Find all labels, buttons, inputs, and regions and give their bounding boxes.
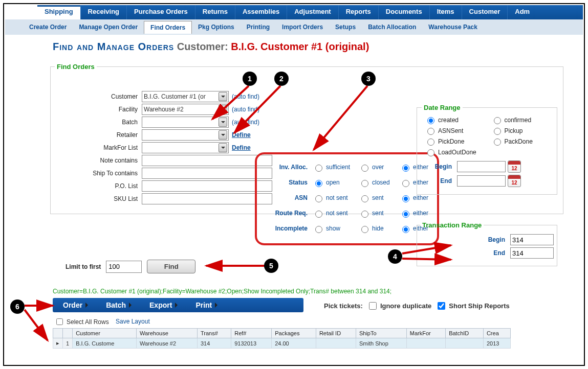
ignore-duplicate-check[interactable]: Ignore duplicate	[367, 301, 431, 311]
results-table: Customer Warehouse Trans# Ref# Packages …	[53, 328, 511, 349]
find-orders-legend: Find Orders	[55, 63, 97, 71]
tab-adm[interactable]: Adm	[507, 5, 537, 19]
incomplete-show[interactable]: show	[313, 224, 359, 233]
col-retailid[interactable]: Retail ID	[316, 329, 356, 338]
tr-begin-label: Begin	[488, 236, 508, 243]
sub-import-orders[interactable]: Import Orders	[276, 21, 329, 33]
tab-returns[interactable]: Returns	[195, 5, 235, 19]
chevron-down-icon[interactable]	[219, 105, 227, 114]
save-layout-link[interactable]: Save Layout	[116, 318, 150, 325]
find-button[interactable]: Find	[147, 260, 195, 273]
dr-pickdone[interactable]: PickDone	[425, 137, 483, 146]
route-sent[interactable]: sent	[359, 209, 400, 218]
asn-sent[interactable]: sent	[359, 194, 400, 202]
tab-receiving[interactable]: Receiving	[80, 5, 126, 19]
status-open[interactable]: open	[313, 178, 359, 187]
tab-adjustment[interactable]: Adjustment	[287, 5, 338, 19]
calendar-icon[interactable]: 12	[508, 160, 521, 173]
status-filters: Inv. Alloc. sufficient over either Statu…	[255, 152, 439, 245]
shipto-input[interactable]	[142, 168, 272, 179]
select-all-rows[interactable]: Select All Rows	[54, 317, 109, 327]
retailer-select[interactable]	[142, 129, 229, 141]
inv-alloc-over[interactable]: over	[359, 163, 400, 172]
col-warehouse[interactable]: Warehouse	[136, 329, 197, 338]
col-crea[interactable]: Crea	[483, 329, 510, 338]
col-customer[interactable]: Customer	[73, 329, 137, 338]
incomplete-hide[interactable]: hide	[359, 224, 400, 233]
tab-shipping[interactable]: Shipping	[37, 5, 80, 19]
route-notsent[interactable]: not sent	[313, 209, 359, 218]
asn-notsent[interactable]: not sent	[313, 194, 359, 202]
tab-items[interactable]: Items	[429, 5, 462, 19]
status-closed[interactable]: closed	[359, 178, 400, 187]
sku-input[interactable]	[142, 193, 272, 204]
batch-autofind[interactable]: (auto find)	[229, 119, 272, 126]
sub-manage-open-order[interactable]: Manage Open Order	[73, 21, 144, 33]
table-row[interactable]: ▸ 1 B.I.G. Custome Warehouse #2 314 9132…	[53, 338, 511, 349]
tr-end-input[interactable]	[510, 247, 554, 259]
annotation-badge-3: 3	[361, 72, 376, 86]
route-label: Route Req.	[259, 210, 313, 217]
col-shipto[interactable]: ShipTo	[356, 329, 406, 338]
date-range-fieldset: Date Range created confirmed ASNSent Pic…	[417, 104, 557, 195]
dr-end-input[interactable]	[457, 175, 506, 187]
dr-packdone[interactable]: PackDone	[491, 137, 550, 146]
pick-label: Pick tickets:	[324, 302, 363, 310]
facility-select[interactable]: Warehouse #2	[142, 104, 229, 115]
inv-alloc-sufficient[interactable]: sufficient	[313, 163, 359, 172]
col-packages[interactable]: Packages	[272, 329, 316, 338]
tr-begin-input[interactable]	[510, 234, 554, 245]
po-input[interactable]	[142, 180, 272, 192]
po-label: P.O. List	[55, 182, 142, 190]
sub-printing[interactable]: Printing	[241, 21, 276, 33]
markfor-select[interactable]	[142, 142, 229, 153]
sub-create-order[interactable]: Create Order	[23, 21, 73, 33]
limit-input[interactable]	[106, 261, 142, 273]
action-print[interactable]: Print	[185, 301, 225, 309]
transaction-range-fieldset: Transaction Range Begin End	[417, 221, 557, 266]
sku-label: SKU List	[55, 195, 142, 202]
route-either[interactable]: either	[400, 209, 441, 218]
action-bar: Order Batch Export Print	[53, 298, 303, 312]
incomplete-label: Incomplete	[259, 225, 313, 232]
expand-icon[interactable]: ▸	[53, 338, 63, 349]
sub-warehouse-pack[interactable]: Warehouse Pack	[422, 21, 484, 33]
dr-pickup[interactable]: Pickup	[491, 126, 550, 135]
tab-documents[interactable]: Documents	[378, 5, 429, 19]
col-markfor[interactable]: MarkFor	[406, 329, 445, 338]
col-batchid[interactable]: BatchID	[446, 329, 484, 338]
dr-begin-input[interactable]	[457, 161, 506, 172]
markfor-define[interactable]: Define	[229, 144, 272, 151]
calendar-icon[interactable]: 12	[508, 175, 521, 187]
tab-purchase-orders[interactable]: Purchase Orders	[126, 5, 195, 19]
col-trans[interactable]: Trans#	[197, 329, 231, 338]
retailer-define[interactable]: Define	[229, 131, 272, 139]
action-order[interactable]: Order	[53, 301, 96, 309]
sub-pkg-options[interactable]: Pkg Options	[192, 21, 241, 33]
batch-select[interactable]	[142, 117, 229, 128]
col-ref[interactable]: Ref#	[231, 329, 272, 338]
sub-find-orders[interactable]: Find Orders	[144, 21, 192, 34]
dr-loadoutdone[interactable]: LoadOutDone	[425, 148, 483, 156]
chevron-down-icon[interactable]	[219, 143, 227, 152]
action-batch[interactable]: Batch	[96, 301, 139, 309]
sub-setups[interactable]: Setups	[329, 21, 362, 33]
action-export[interactable]: Export	[139, 301, 185, 309]
chevron-down-icon[interactable]	[219, 130, 227, 140]
note-input[interactable]	[142, 155, 272, 166]
dr-end-label: End	[422, 177, 455, 184]
tab-customer[interactable]: Customer	[462, 5, 508, 19]
chevron-down-icon[interactable]	[219, 92, 227, 101]
sub-batch-allocation[interactable]: Batch Allocation	[362, 21, 422, 33]
dr-asnsent[interactable]: ASNSent	[425, 126, 483, 135]
dr-created[interactable]: created	[425, 116, 483, 124]
customer-label: Customer	[55, 93, 142, 100]
chevron-down-icon[interactable]	[219, 118, 227, 127]
customer-autofind[interactable]: (auto find)	[229, 93, 272, 100]
tab-assemblies[interactable]: Assemblies	[235, 5, 287, 19]
short-ship-check[interactable]: Short Ship Reports	[435, 301, 509, 311]
tab-reports[interactable]: Reports	[338, 5, 378, 19]
customer-select[interactable]: B.I.G. Customer #1 (or	[142, 91, 229, 102]
facility-autofind[interactable]: (auto find)	[229, 106, 272, 113]
dr-confirmed[interactable]: confirmed	[491, 116, 550, 124]
